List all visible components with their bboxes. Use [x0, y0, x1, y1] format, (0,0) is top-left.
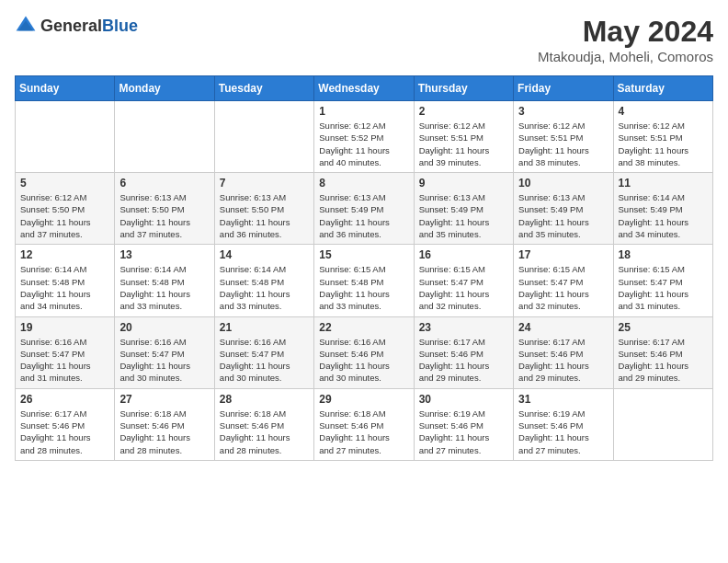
day-number: 11 — [619, 177, 708, 190]
day-info: Sunrise: 6:16 AMSunset: 5:47 PMDaylight:… — [119, 336, 209, 385]
day-number: 8 — [319, 177, 408, 190]
calendar-cell: 2Sunrise: 6:12 AMSunset: 5:51 PMDaylight… — [414, 101, 513, 173]
day-info: Sunrise: 6:14 AMSunset: 5:48 PMDaylight:… — [119, 263, 209, 312]
day-info: Sunrise: 6:17 AMSunset: 5:46 PMDaylight:… — [419, 336, 508, 385]
calendar-cell: 12Sunrise: 6:14 AMSunset: 5:48 PMDayligh… — [16, 245, 115, 316]
day-info: Sunrise: 6:19 AMSunset: 5:46 PMDaylight:… — [419, 408, 508, 456]
calendar-cell: 17Sunrise: 6:15 AMSunset: 5:47 PMDayligh… — [514, 245, 613, 316]
logo-icon — [15, 15, 37, 37]
calendar-cell: 4Sunrise: 6:12 AMSunset: 5:51 PMDaylight… — [613, 101, 712, 173]
day-number: 15 — [319, 248, 408, 261]
day-number: 2 — [419, 105, 508, 118]
day-number: 19 — [20, 321, 109, 334]
weekday-header-sunday: Sunday — [16, 76, 115, 101]
day-info: Sunrise: 6:12 AMSunset: 5:51 PMDaylight:… — [518, 120, 608, 168]
day-number: 25 — [619, 321, 708, 334]
day-info: Sunrise: 6:12 AMSunset: 5:52 PMDaylight:… — [319, 120, 408, 168]
day-info: Sunrise: 6:12 AMSunset: 5:50 PMDaylight:… — [20, 191, 109, 240]
day-info: Sunrise: 6:13 AMSunset: 5:49 PMDaylight:… — [419, 191, 508, 240]
logo: GeneralBlue — [15, 15, 138, 37]
day-info: Sunrise: 6:18 AMSunset: 5:46 PMDaylight:… — [119, 408, 209, 456]
day-number: 28 — [220, 393, 309, 406]
day-number: 26 — [20, 393, 109, 406]
calendar-cell: 15Sunrise: 6:15 AMSunset: 5:48 PMDayligh… — [314, 245, 414, 316]
calendar-cell: 8Sunrise: 6:13 AMSunset: 5:49 PMDaylight… — [314, 173, 414, 245]
day-number: 30 — [419, 393, 508, 406]
day-info: Sunrise: 6:17 AMSunset: 5:46 PMDaylight:… — [619, 336, 708, 385]
calendar-week-row: 1Sunrise: 6:12 AMSunset: 5:52 PMDaylight… — [16, 101, 713, 173]
weekday-header-saturday: Saturday — [613, 76, 712, 101]
day-info: Sunrise: 6:14 AMSunset: 5:48 PMDaylight:… — [20, 263, 109, 312]
calendar-cell: 20Sunrise: 6:16 AMSunset: 5:47 PMDayligh… — [115, 316, 214, 388]
day-number: 3 — [518, 105, 608, 118]
calendar-cell — [16, 101, 115, 173]
page-header: GeneralBlue May 2024 Mtakoudja, Moheli, … — [15, 15, 713, 64]
logo-general: General — [40, 17, 102, 35]
logo-text: GeneralBlue — [40, 17, 138, 36]
day-number: 14 — [220, 248, 309, 261]
calendar-cell: 16Sunrise: 6:15 AMSunset: 5:47 PMDayligh… — [414, 245, 513, 316]
calendar-cell: 27Sunrise: 6:18 AMSunset: 5:46 PMDayligh… — [115, 388, 214, 460]
calendar-cell: 28Sunrise: 6:18 AMSunset: 5:46 PMDayligh… — [214, 388, 313, 460]
day-number: 4 — [619, 105, 708, 118]
day-info: Sunrise: 6:15 AMSunset: 5:47 PMDaylight:… — [419, 263, 508, 312]
day-number: 13 — [119, 248, 209, 261]
day-info: Sunrise: 6:17 AMSunset: 5:46 PMDaylight:… — [518, 336, 608, 385]
day-info: Sunrise: 6:17 AMSunset: 5:46 PMDaylight:… — [20, 408, 109, 456]
calendar-week-row: 26Sunrise: 6:17 AMSunset: 5:46 PMDayligh… — [16, 388, 713, 460]
title-block: May 2024 Mtakoudja, Moheli, Comoros — [538, 15, 713, 64]
calendar-table: SundayMondayTuesdayWednesdayThursdayFrid… — [15, 75, 713, 461]
day-info: Sunrise: 6:15 AMSunset: 5:47 PMDaylight:… — [619, 263, 708, 312]
day-info: Sunrise: 6:13 AMSunset: 5:49 PMDaylight:… — [518, 191, 608, 240]
calendar-week-row: 5Sunrise: 6:12 AMSunset: 5:50 PMDaylight… — [16, 173, 713, 245]
weekday-header-monday: Monday — [115, 76, 214, 101]
day-info: Sunrise: 6:14 AMSunset: 5:49 PMDaylight:… — [619, 191, 708, 240]
calendar-body: 1Sunrise: 6:12 AMSunset: 5:52 PMDaylight… — [16, 101, 713, 461]
calendar-cell: 21Sunrise: 6:16 AMSunset: 5:47 PMDayligh… — [214, 316, 313, 388]
calendar-cell: 19Sunrise: 6:16 AMSunset: 5:47 PMDayligh… — [16, 316, 115, 388]
calendar-cell: 29Sunrise: 6:18 AMSunset: 5:46 PMDayligh… — [314, 388, 414, 460]
calendar-cell: 22Sunrise: 6:16 AMSunset: 5:46 PMDayligh… — [314, 316, 414, 388]
day-number: 20 — [119, 321, 209, 334]
day-number: 9 — [419, 177, 508, 190]
weekday-header-wednesday: Wednesday — [314, 76, 414, 101]
location-subtitle: Mtakoudja, Moheli, Comoros — [538, 49, 713, 64]
calendar-cell — [214, 101, 313, 173]
day-number: 29 — [319, 393, 408, 406]
day-info: Sunrise: 6:16 AMSunset: 5:47 PMDaylight:… — [220, 336, 309, 385]
calendar-week-row: 19Sunrise: 6:16 AMSunset: 5:47 PMDayligh… — [16, 316, 713, 388]
calendar-cell: 5Sunrise: 6:12 AMSunset: 5:50 PMDaylight… — [16, 173, 115, 245]
calendar-cell: 14Sunrise: 6:14 AMSunset: 5:48 PMDayligh… — [214, 245, 313, 316]
day-number: 17 — [518, 248, 608, 261]
weekday-header-thursday: Thursday — [414, 76, 513, 101]
calendar-cell: 24Sunrise: 6:17 AMSunset: 5:46 PMDayligh… — [514, 316, 613, 388]
weekday-header-row: SundayMondayTuesdayWednesdayThursdayFrid… — [16, 76, 713, 101]
day-number: 16 — [419, 248, 508, 261]
calendar-cell: 11Sunrise: 6:14 AMSunset: 5:49 PMDayligh… — [613, 173, 712, 245]
calendar-cell: 25Sunrise: 6:17 AMSunset: 5:46 PMDayligh… — [613, 316, 712, 388]
calendar-cell — [613, 388, 712, 460]
day-info: Sunrise: 6:15 AMSunset: 5:48 PMDaylight:… — [319, 263, 408, 312]
logo-blue: Blue — [102, 17, 138, 35]
calendar-cell: 10Sunrise: 6:13 AMSunset: 5:49 PMDayligh… — [514, 173, 613, 245]
day-number: 18 — [619, 248, 708, 261]
day-number: 10 — [518, 177, 608, 190]
day-number: 5 — [20, 177, 109, 190]
calendar-header: SundayMondayTuesdayWednesdayThursdayFrid… — [16, 76, 713, 101]
day-info: Sunrise: 6:16 AMSunset: 5:46 PMDaylight:… — [319, 336, 408, 385]
calendar-cell: 31Sunrise: 6:19 AMSunset: 5:46 PMDayligh… — [514, 388, 613, 460]
weekday-header-tuesday: Tuesday — [214, 76, 313, 101]
calendar-cell: 23Sunrise: 6:17 AMSunset: 5:46 PMDayligh… — [414, 316, 513, 388]
month-year-title: May 2024 — [538, 15, 713, 49]
day-info: Sunrise: 6:13 AMSunset: 5:50 PMDaylight:… — [220, 191, 309, 240]
calendar-cell: 1Sunrise: 6:12 AMSunset: 5:52 PMDaylight… — [314, 101, 414, 173]
calendar-cell: 13Sunrise: 6:14 AMSunset: 5:48 PMDayligh… — [115, 245, 214, 316]
calendar-cell: 3Sunrise: 6:12 AMSunset: 5:51 PMDaylight… — [514, 101, 613, 173]
day-info: Sunrise: 6:14 AMSunset: 5:48 PMDaylight:… — [220, 263, 309, 312]
day-number: 31 — [518, 393, 608, 406]
calendar-cell: 9Sunrise: 6:13 AMSunset: 5:49 PMDaylight… — [414, 173, 513, 245]
day-info: Sunrise: 6:12 AMSunset: 5:51 PMDaylight:… — [619, 120, 708, 168]
day-info: Sunrise: 6:18 AMSunset: 5:46 PMDaylight:… — [319, 408, 408, 456]
day-number: 1 — [319, 105, 408, 118]
day-info: Sunrise: 6:12 AMSunset: 5:51 PMDaylight:… — [419, 120, 508, 168]
